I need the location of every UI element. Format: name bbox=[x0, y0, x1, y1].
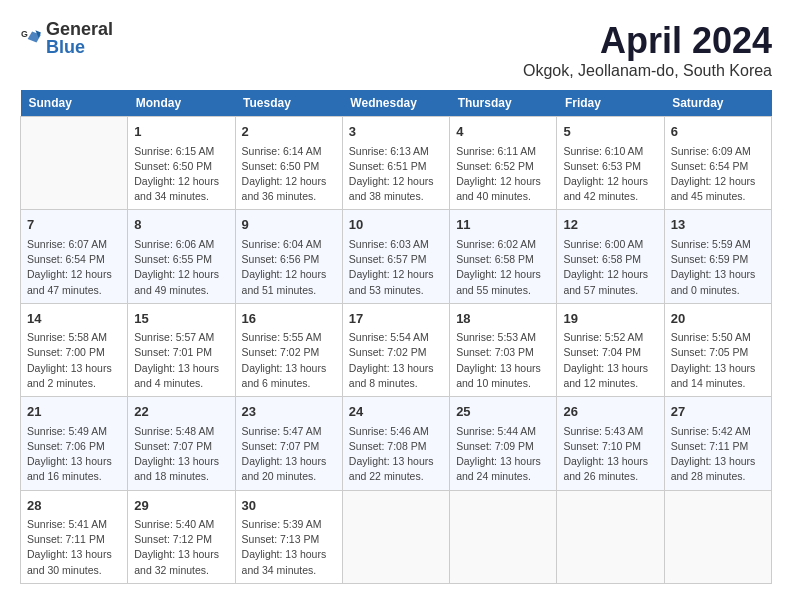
day-info: Sunrise: 5:40 AMSunset: 7:12 PMDaylight:… bbox=[134, 517, 228, 578]
day-number: 8 bbox=[134, 215, 228, 235]
svg-text:G: G bbox=[21, 29, 28, 39]
day-number: 4 bbox=[456, 122, 550, 142]
calendar-cell: 2Sunrise: 6:14 AMSunset: 6:50 PMDaylight… bbox=[235, 117, 342, 210]
day-info: Sunrise: 6:04 AMSunset: 6:56 PMDaylight:… bbox=[242, 237, 336, 298]
week-row-2: 7Sunrise: 6:07 AMSunset: 6:54 PMDaylight… bbox=[21, 210, 772, 303]
calendar-cell: 20Sunrise: 5:50 AMSunset: 7:05 PMDayligh… bbox=[664, 303, 771, 396]
day-info: Sunrise: 5:58 AMSunset: 7:00 PMDaylight:… bbox=[27, 330, 121, 391]
day-info: Sunrise: 5:52 AMSunset: 7:04 PMDaylight:… bbox=[563, 330, 657, 391]
day-number: 30 bbox=[242, 496, 336, 516]
weekday-header-thursday: Thursday bbox=[450, 90, 557, 117]
weekday-header-sunday: Sunday bbox=[21, 90, 128, 117]
title-section: April 2024 Okgok, Jeollanam-do, South Ko… bbox=[523, 20, 772, 80]
day-info: Sunrise: 5:42 AMSunset: 7:11 PMDaylight:… bbox=[671, 424, 765, 485]
day-info: Sunrise: 5:44 AMSunset: 7:09 PMDaylight:… bbox=[456, 424, 550, 485]
day-number: 7 bbox=[27, 215, 121, 235]
day-number: 19 bbox=[563, 309, 657, 329]
calendar-cell: 16Sunrise: 5:55 AMSunset: 7:02 PMDayligh… bbox=[235, 303, 342, 396]
day-info: Sunrise: 5:46 AMSunset: 7:08 PMDaylight:… bbox=[349, 424, 443, 485]
day-info: Sunrise: 6:06 AMSunset: 6:55 PMDaylight:… bbox=[134, 237, 228, 298]
calendar-cell: 6Sunrise: 6:09 AMSunset: 6:54 PMDaylight… bbox=[664, 117, 771, 210]
calendar-cell: 1Sunrise: 6:15 AMSunset: 6:50 PMDaylight… bbox=[128, 117, 235, 210]
day-number: 29 bbox=[134, 496, 228, 516]
calendar-cell: 29Sunrise: 5:40 AMSunset: 7:12 PMDayligh… bbox=[128, 490, 235, 583]
calendar-cell: 26Sunrise: 5:43 AMSunset: 7:10 PMDayligh… bbox=[557, 397, 664, 490]
calendar-cell: 8Sunrise: 6:06 AMSunset: 6:55 PMDaylight… bbox=[128, 210, 235, 303]
location-subtitle: Okgok, Jeollanam-do, South Korea bbox=[523, 62, 772, 80]
calendar-cell: 5Sunrise: 6:10 AMSunset: 6:53 PMDaylight… bbox=[557, 117, 664, 210]
calendar-cell: 25Sunrise: 5:44 AMSunset: 7:09 PMDayligh… bbox=[450, 397, 557, 490]
weekday-header-saturday: Saturday bbox=[664, 90, 771, 117]
logo: G General Blue bbox=[20, 20, 113, 56]
day-info: Sunrise: 6:14 AMSunset: 6:50 PMDaylight:… bbox=[242, 144, 336, 205]
day-info: Sunrise: 6:13 AMSunset: 6:51 PMDaylight:… bbox=[349, 144, 443, 205]
calendar-cell: 30Sunrise: 5:39 AMSunset: 7:13 PMDayligh… bbox=[235, 490, 342, 583]
day-number: 9 bbox=[242, 215, 336, 235]
calendar-cell: 24Sunrise: 5:46 AMSunset: 7:08 PMDayligh… bbox=[342, 397, 449, 490]
calendar-cell: 3Sunrise: 6:13 AMSunset: 6:51 PMDaylight… bbox=[342, 117, 449, 210]
day-number: 28 bbox=[27, 496, 121, 516]
calendar-cell: 11Sunrise: 6:02 AMSunset: 6:58 PMDayligh… bbox=[450, 210, 557, 303]
day-number: 21 bbox=[27, 402, 121, 422]
calendar-table: SundayMondayTuesdayWednesdayThursdayFrid… bbox=[20, 90, 772, 584]
day-number: 25 bbox=[456, 402, 550, 422]
week-row-5: 28Sunrise: 5:41 AMSunset: 7:11 PMDayligh… bbox=[21, 490, 772, 583]
day-info: Sunrise: 5:53 AMSunset: 7:03 PMDaylight:… bbox=[456, 330, 550, 391]
day-info: Sunrise: 6:00 AMSunset: 6:58 PMDaylight:… bbox=[563, 237, 657, 298]
month-title: April 2024 bbox=[523, 20, 772, 62]
calendar-cell: 27Sunrise: 5:42 AMSunset: 7:11 PMDayligh… bbox=[664, 397, 771, 490]
day-info: Sunrise: 6:09 AMSunset: 6:54 PMDaylight:… bbox=[671, 144, 765, 205]
day-info: Sunrise: 5:43 AMSunset: 7:10 PMDaylight:… bbox=[563, 424, 657, 485]
calendar-cell: 18Sunrise: 5:53 AMSunset: 7:03 PMDayligh… bbox=[450, 303, 557, 396]
day-number: 13 bbox=[671, 215, 765, 235]
week-row-3: 14Sunrise: 5:58 AMSunset: 7:00 PMDayligh… bbox=[21, 303, 772, 396]
day-info: Sunrise: 5:47 AMSunset: 7:07 PMDaylight:… bbox=[242, 424, 336, 485]
page-header: G General Blue April 2024 Okgok, Jeollan… bbox=[20, 20, 772, 80]
day-info: Sunrise: 5:41 AMSunset: 7:11 PMDaylight:… bbox=[27, 517, 121, 578]
calendar-cell: 22Sunrise: 5:48 AMSunset: 7:07 PMDayligh… bbox=[128, 397, 235, 490]
weekday-header-friday: Friday bbox=[557, 90, 664, 117]
day-info: Sunrise: 5:49 AMSunset: 7:06 PMDaylight:… bbox=[27, 424, 121, 485]
calendar-cell: 10Sunrise: 6:03 AMSunset: 6:57 PMDayligh… bbox=[342, 210, 449, 303]
logo-general-text: General bbox=[46, 20, 113, 38]
calendar-cell: 14Sunrise: 5:58 AMSunset: 7:00 PMDayligh… bbox=[21, 303, 128, 396]
day-number: 15 bbox=[134, 309, 228, 329]
day-info: Sunrise: 6:02 AMSunset: 6:58 PMDaylight:… bbox=[456, 237, 550, 298]
day-number: 3 bbox=[349, 122, 443, 142]
logo-icon: G bbox=[20, 27, 42, 49]
day-info: Sunrise: 5:59 AMSunset: 6:59 PMDaylight:… bbox=[671, 237, 765, 298]
day-number: 18 bbox=[456, 309, 550, 329]
day-number: 14 bbox=[27, 309, 121, 329]
day-number: 1 bbox=[134, 122, 228, 142]
day-info: Sunrise: 6:15 AMSunset: 6:50 PMDaylight:… bbox=[134, 144, 228, 205]
day-number: 26 bbox=[563, 402, 657, 422]
week-row-4: 21Sunrise: 5:49 AMSunset: 7:06 PMDayligh… bbox=[21, 397, 772, 490]
day-number: 20 bbox=[671, 309, 765, 329]
day-number: 17 bbox=[349, 309, 443, 329]
weekday-header-monday: Monday bbox=[128, 90, 235, 117]
calendar-cell bbox=[21, 117, 128, 210]
day-info: Sunrise: 5:55 AMSunset: 7:02 PMDaylight:… bbox=[242, 330, 336, 391]
day-info: Sunrise: 5:39 AMSunset: 7:13 PMDaylight:… bbox=[242, 517, 336, 578]
day-number: 16 bbox=[242, 309, 336, 329]
day-number: 24 bbox=[349, 402, 443, 422]
day-number: 22 bbox=[134, 402, 228, 422]
calendar-cell: 17Sunrise: 5:54 AMSunset: 7:02 PMDayligh… bbox=[342, 303, 449, 396]
week-row-1: 1Sunrise: 6:15 AMSunset: 6:50 PMDaylight… bbox=[21, 117, 772, 210]
day-info: Sunrise: 6:03 AMSunset: 6:57 PMDaylight:… bbox=[349, 237, 443, 298]
calendar-cell bbox=[342, 490, 449, 583]
day-number: 23 bbox=[242, 402, 336, 422]
day-number: 6 bbox=[671, 122, 765, 142]
calendar-cell: 4Sunrise: 6:11 AMSunset: 6:52 PMDaylight… bbox=[450, 117, 557, 210]
calendar-cell: 13Sunrise: 5:59 AMSunset: 6:59 PMDayligh… bbox=[664, 210, 771, 303]
day-number: 27 bbox=[671, 402, 765, 422]
day-number: 2 bbox=[242, 122, 336, 142]
calendar-cell: 28Sunrise: 5:41 AMSunset: 7:11 PMDayligh… bbox=[21, 490, 128, 583]
day-number: 12 bbox=[563, 215, 657, 235]
calendar-cell: 9Sunrise: 6:04 AMSunset: 6:56 PMDaylight… bbox=[235, 210, 342, 303]
calendar-cell: 19Sunrise: 5:52 AMSunset: 7:04 PMDayligh… bbox=[557, 303, 664, 396]
day-info: Sunrise: 5:48 AMSunset: 7:07 PMDaylight:… bbox=[134, 424, 228, 485]
calendar-cell: 12Sunrise: 6:00 AMSunset: 6:58 PMDayligh… bbox=[557, 210, 664, 303]
day-info: Sunrise: 6:10 AMSunset: 6:53 PMDaylight:… bbox=[563, 144, 657, 205]
calendar-cell: 15Sunrise: 5:57 AMSunset: 7:01 PMDayligh… bbox=[128, 303, 235, 396]
